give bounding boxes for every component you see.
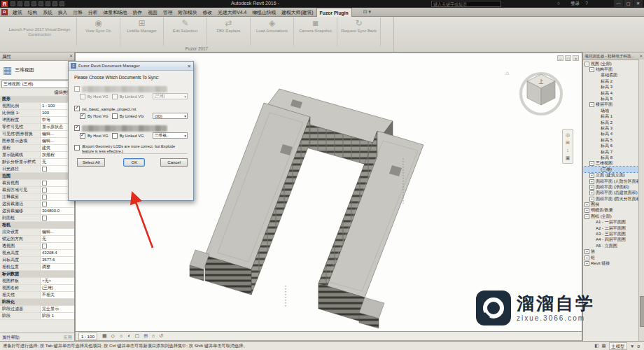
tree-item[interactable]: A4 - 四层平面图 (583, 237, 644, 243)
measure-icon[interactable] (52, 1, 57, 6)
tree-expand-icon[interactable]: − (589, 161, 594, 166)
property-row[interactable]: 剖面框 (0, 215, 74, 222)
active-workset-dropdown[interactable]: 主模型 (609, 342, 628, 350)
property-value[interactable] (40, 271, 74, 277)
property-row[interactable]: 远剪裁偏移 304800.0 (0, 208, 74, 215)
ribbon-button[interactable]: ↻ Request Sync Back (337, 18, 381, 46)
close-icon[interactable]: ✕ (69, 52, 73, 60)
property-row[interactable]: 注释裁剪 (0, 194, 74, 201)
document-checkbox[interactable] (74, 106, 80, 111)
tree-expand-icon[interactable]: + (589, 190, 594, 195)
ribbon-tab[interactable]: 建模大师(建筑) (279, 8, 316, 17)
by-linked-vg-checkbox[interactable] (112, 94, 118, 99)
search-icon[interactable]: ○ (557, 1, 560, 6)
ribbon-tab[interactable]: 插入 (55, 8, 71, 17)
ribbon-button[interactable]: ◙ Camera Snapshot (294, 18, 337, 46)
ribbon-button[interactable]: ▶ Launch Fuzor 2017 Virtual Design Const… (3, 18, 77, 46)
ribbon-tab[interactable]: 修改 (200, 8, 216, 17)
properties-help-link[interactable]: 属性帮助 (0, 335, 20, 340)
ribbon-button[interactable]: ◉ View Sync On (77, 18, 120, 46)
tree-item[interactable]: − 结构平面 (583, 66, 644, 72)
tree-item[interactable]: 标高 8 (583, 155, 644, 160)
property-row[interactable]: 比例值 1: 100 (0, 110, 74, 117)
property-row[interactable]: 显示隐藏线 按规程 (0, 152, 74, 159)
view-scale[interactable]: 1 : 100 (78, 332, 97, 340)
property-value[interactable]: 无 (40, 236, 74, 242)
ribbon-tab[interactable]: Fuzor Plugin (316, 8, 352, 17)
help-icon[interactable]: ? (585, 1, 588, 6)
tree-expand-icon[interactable]: − (589, 67, 594, 72)
view-control-icon[interactable]: ◐ (127, 333, 130, 339)
ribbon-toggle-icon[interactable]: ⊡ ▾ (363, 9, 371, 15)
by-host-vg-checkbox[interactable] (80, 94, 85, 99)
cancel-button[interactable]: Cancel (160, 158, 188, 167)
select-all-button[interactable]: Select All (77, 158, 105, 167)
view-restore-icon[interactable]: ▢ (565, 55, 571, 61)
tree-expand-icon[interactable]: + (584, 208, 589, 213)
tree-expand-icon[interactable]: + (589, 185, 594, 190)
property-row[interactable]: 锁定的方向 无 (0, 236, 74, 243)
property-value[interactable]: <无> (40, 278, 74, 284)
property-row[interactable]: 视图比例 1 : 100 (0, 103, 74, 110)
property-value[interactable]: 调整 (40, 264, 74, 270)
ribbon-button[interactable]: ◈ Load Annotations (251, 18, 294, 46)
tree-item[interactable]: + Revit 链接 (583, 260, 644, 266)
property-row[interactable]: 裁剪视图 (0, 180, 74, 187)
property-row[interactable]: 相机位置 调整 (0, 264, 74, 271)
tree-item[interactable]: 标高 4 (583, 90, 644, 96)
tree-expand-icon[interactable]: + (584, 255, 589, 260)
export-geometry-checkbox[interactable] (74, 145, 80, 150)
tree-expand-icon[interactable]: + (589, 179, 594, 184)
by-linked-vg-checkbox[interactable] (112, 133, 118, 139)
property-row[interactable]: 相机 (0, 222, 74, 229)
sync-icon[interactable] (24, 1, 29, 6)
property-value[interactable] (40, 201, 74, 207)
property-row[interactable]: 相关性 不相关 (0, 292, 74, 299)
view-selector-dropdown[interactable]: 三维视图: {三维} ▾ (1, 80, 73, 88)
property-row[interactable]: 远剪裁激活 (0, 201, 74, 208)
edit-type-button[interactable]: 编辑类型 (0, 89, 74, 96)
property-value[interactable]: 完全显示 (40, 306, 74, 312)
tree-item[interactable]: + 面积平面 (净面积) (583, 184, 644, 190)
property-row[interactable]: 图形 (0, 96, 74, 103)
save-icon[interactable] (18, 1, 22, 6)
property-row[interactable]: 阶段 阶段 1 (0, 313, 74, 320)
view-control-icon[interactable]: ↺ (159, 333, 163, 339)
search-input[interactable] (431, 1, 501, 7)
ok-button[interactable]: OK (123, 158, 145, 167)
tree-expand-icon[interactable]: + (584, 261, 589, 266)
property-row[interactable]: 可见性/图形替换 编辑... (0, 131, 74, 138)
property-value[interactable]: {三维} (40, 285, 74, 291)
dialog-title-bar[interactable]: F Fuzor Revit Document Manager ✕ (69, 62, 193, 71)
dialog-close-icon[interactable]: ✕ (188, 62, 191, 71)
property-row[interactable]: 规程 建筑 (0, 145, 74, 152)
file-menu-icon[interactable]: R (1, 9, 8, 15)
tree-expand-icon[interactable]: − (589, 102, 594, 107)
tree-expand-icon[interactable]: + (589, 173, 594, 178)
ribbon-tab[interactable]: 协作 (130, 8, 146, 17)
nav-pan-icon[interactable]: ⊞ (566, 139, 570, 146)
property-value[interactable]: 304800.0 (40, 208, 74, 214)
tree-expand-icon[interactable]: − (584, 62, 589, 66)
tree-item[interactable]: 标高 3 (583, 85, 644, 90)
property-row[interactable]: 视点高度 43208.4 (0, 250, 74, 257)
maximize-button[interactable]: ▢ (624, 0, 633, 7)
view-select-dropdown[interactable]: {3D} ▾ (153, 113, 188, 119)
tree-item[interactable]: A5 - 立面图 (583, 243, 644, 248)
ribbon-tab[interactable]: 注释 (70, 8, 85, 17)
by-host-vg-checkbox[interactable] (80, 113, 85, 119)
by-host-vg-checkbox[interactable] (80, 133, 85, 139)
property-row[interactable]: 范围 (0, 173, 74, 180)
tree-item[interactable]: 标高 5 (583, 96, 644, 102)
tree-item[interactable]: 标高 6 (583, 143, 644, 148)
project-browser-header[interactable]: 项目浏览器 - 桂林电子科技... ✕ (583, 52, 644, 60)
view-select-dropdown[interactable]: 三维视.. ▾ (153, 132, 188, 139)
tree-expand-icon[interactable]: + (584, 249, 589, 254)
tree-item[interactable]: + 面积平面 (防火分区面积) (583, 196, 644, 202)
tree-item[interactable]: + 面积平面 (总建筑面积) (583, 190, 644, 196)
property-row[interactable]: 图形显示选项 编辑... (0, 138, 74, 145)
minimize-button[interactable]: — (614, 0, 623, 7)
property-row[interactable]: 零件可见性 显示原状态 (0, 124, 74, 131)
property-value[interactable]: 编辑... (40, 229, 74, 235)
document-checkbox[interactable] (74, 86, 80, 92)
